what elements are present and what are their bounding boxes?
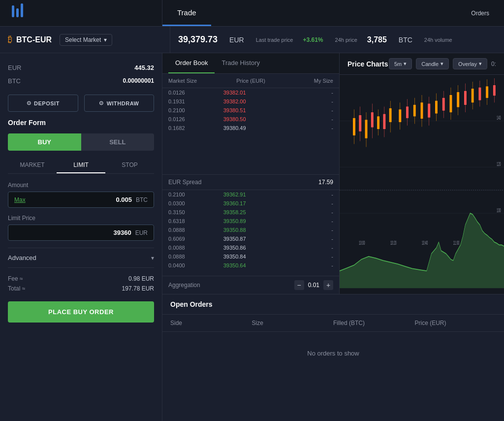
- aggregation-decrease-button[interactable]: −: [294, 280, 304, 290]
- total-row: Total ≈ 197.78 EUR: [8, 284, 154, 293]
- eur-balance-row: EUR 445.32: [8, 61, 154, 74]
- overlay-button[interactable]: Overlay ▾: [453, 58, 487, 69]
- timeframe-label: 5m: [394, 61, 402, 67]
- top-nav: Trade Orders: [0, 0, 504, 27]
- nav-tab-orders[interactable]: Orders: [456, 0, 504, 26]
- col-size: Size: [252, 320, 334, 326]
- spread-row: EUR Spread 17.59: [162, 174, 339, 190]
- svg-rect-28: [389, 108, 392, 122]
- aggregation-row: Aggregation − 0.01 +: [162, 276, 339, 294]
- svg-rect-40: [435, 101, 438, 114]
- eur-label: EUR: [8, 64, 21, 71]
- amount-unit: BTC: [136, 196, 148, 203]
- left-panel: EUR 445.32 BTC 0.00000001 ⊙ DEPOSIT ⊙ WI…: [0, 53, 162, 421]
- chart-type-label: Candle: [421, 61, 439, 67]
- svg-rect-20: [365, 120, 368, 138]
- svg-text:10:40: 10:40: [422, 240, 428, 246]
- last-trade-currency: EUR: [229, 36, 244, 44]
- deposit-button[interactable]: ⊙ DEPOSIT: [8, 95, 78, 112]
- btc-label: BTC: [8, 77, 21, 85]
- aggregation-value: 0.01: [308, 282, 319, 289]
- ob-buy-row: 0.030039360.17-: [162, 199, 339, 208]
- chart-area: 140 120 100 10:00 10:20 10:40 11:00: [340, 75, 504, 294]
- amount-value: 0.005: [116, 196, 132, 203]
- chart-type-button[interactable]: Candle ▾: [416, 58, 449, 69]
- svg-text:10:20: 10:20: [390, 240, 396, 246]
- svg-rect-22: [371, 112, 374, 127]
- ob-sell-row: 0.168239380.49-: [162, 124, 339, 132]
- aggregation-increase-button[interactable]: +: [323, 280, 333, 290]
- fee-value: 0.98 EUR: [128, 275, 154, 282]
- deposit-label: DEPOSIT: [34, 100, 60, 106]
- market-pair: BTC-EUR: [16, 35, 52, 44]
- chevron-down-icon: ▾: [404, 61, 407, 67]
- max-link[interactable]: Max: [14, 196, 26, 203]
- withdraw-button[interactable]: ⊙ WITHDRAW: [84, 95, 155, 112]
- open-orders-title: Open Orders: [170, 300, 213, 308]
- market-stats: 39,379.73 EUR Last trade price +3.61% 24…: [170, 34, 452, 45]
- timeframe-button[interactable]: 5m ▾: [389, 58, 412, 69]
- svg-rect-0: [12, 5, 14, 17]
- ob-sell-rows: 0.012639382.01- 0.193139382.00- 0.210039…: [162, 88, 339, 174]
- col-side: Side: [170, 320, 252, 326]
- svg-rect-34: [413, 105, 416, 116]
- last-trade-label: Last trade price: [256, 37, 293, 43]
- aggregation-controls: − 0.01 +: [294, 280, 333, 290]
- amount-input-row[interactable]: Max 0.005 BTC: [8, 192, 154, 208]
- limit-price-value: 39360: [114, 229, 131, 236]
- spread-value: 17.59: [318, 179, 333, 186]
- svg-rect-30: [399, 109, 401, 122]
- limit-price-input[interactable]: 39360 EUR: [8, 225, 154, 241]
- charts-header: Price Charts 5m ▾ Candle ▾ Overlay ▾: [340, 53, 504, 75]
- order-form-title: Order Form: [8, 119, 154, 127]
- limit-price-label: Limit Price: [8, 215, 154, 222]
- ob-buy-row: 0.606939350.87-: [162, 234, 339, 243]
- svg-text:120: 120: [497, 161, 501, 167]
- ob-buy-row: 0.008839350.86-: [162, 243, 339, 252]
- price-charts-panel: Price Charts 5m ▾ Candle ▾ Overlay ▾: [340, 53, 504, 294]
- chevron-down-icon: ▾: [151, 255, 154, 261]
- chevron-down-icon: ▾: [441, 61, 443, 67]
- chart-time-offset: 0:: [491, 61, 496, 67]
- ob-sell-row: 0.210039380.51-: [162, 106, 339, 115]
- order-type-market[interactable]: MARKET: [8, 158, 57, 173]
- col-price: Price (EUR): [415, 320, 497, 326]
- withdraw-icon: ⊙: [99, 100, 104, 106]
- select-market-button[interactable]: Select Market ▾: [60, 34, 112, 46]
- place-buy-order-button[interactable]: PLACE BUY ORDER: [8, 301, 154, 323]
- svg-rect-1: [16, 8, 19, 17]
- open-orders-header: Open Orders: [162, 294, 504, 315]
- ob-buy-row: 0.315039358.25-: [162, 208, 339, 217]
- limit-price-unit: EUR: [135, 229, 148, 236]
- svg-rect-16: [353, 118, 355, 135]
- right-panel: Order Book Trade History Market Size Pri…: [162, 53, 504, 421]
- svg-rect-52: [478, 88, 481, 100]
- buy-tab[interactable]: BUY: [8, 133, 81, 151]
- volume-label: 24h volume: [424, 37, 452, 43]
- order-type-stop[interactable]: STOP: [105, 158, 154, 173]
- advanced-row[interactable]: Advanced ▾: [8, 248, 154, 268]
- svg-rect-36: [421, 102, 423, 119]
- amount-label: Amount: [8, 182, 154, 189]
- open-orders-panel: Open Orders Side Size Filled (BTC) Price…: [162, 294, 504, 421]
- total-label: Total ≈: [8, 285, 25, 292]
- tab-order-book[interactable]: Order Book: [168, 53, 215, 73]
- volume-currency: BTC: [399, 36, 412, 44]
- open-orders-body: No orders to show: [162, 332, 504, 375]
- eur-balance: 445.32: [134, 64, 154, 71]
- ob-buy-row: 0.040039350.64-: [162, 261, 339, 270]
- ob-buy-row: 0.631839350.89-: [162, 217, 339, 226]
- market-header: ₿ BTC-EUR Select Market ▾ 39,379.73 EUR …: [0, 27, 504, 53]
- nav-tab-trade[interactable]: Trade: [162, 0, 211, 26]
- nav-tabs: Trade Orders: [162, 0, 504, 26]
- order-book-tabs: Order Book Trade History: [162, 53, 339, 74]
- svg-rect-44: [449, 95, 452, 112]
- sell-tab[interactable]: SELL: [81, 133, 155, 151]
- chevron-down-icon: ▾: [479, 61, 482, 67]
- spread-label: EUR Spread: [168, 179, 201, 186]
- order-type-limit[interactable]: LIMIT: [57, 158, 105, 173]
- ob-col-price: Price (EUR): [223, 78, 279, 84]
- fee-label: Fee ≈: [8, 275, 23, 282]
- open-orders-cols: Side Size Filled (BTC) Price (EUR): [162, 315, 504, 332]
- tab-trade-history[interactable]: Trade History: [215, 53, 267, 73]
